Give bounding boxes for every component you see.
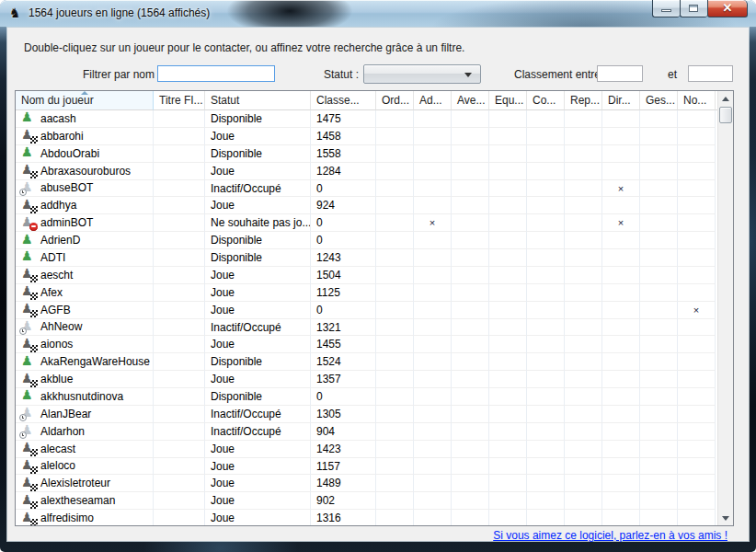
column-header-8[interactable]: Co...	[527, 91, 565, 110]
checkerboard-overlay-icon	[30, 501, 38, 509]
player-playing-icon: ♟	[20, 372, 36, 387]
column-header-4[interactable]: Ord...	[376, 91, 414, 110]
pawn-glyph: ♟	[21, 353, 33, 368]
table-row[interactable]: ♟abbarohiJoue1458	[16, 128, 717, 145]
table-cell	[414, 319, 452, 337]
scroll-down-button[interactable]	[718, 511, 734, 525]
table-row[interactable]: ♟AdrienDDisponible0	[16, 232, 717, 249]
players-window: ♞ 1564 joueurs en ligne (1564 affichés) …	[0, 0, 756, 552]
vertical-scrollbar[interactable]	[717, 91, 733, 525]
ranking-between-label: Classement entre	[514, 68, 601, 81]
table-cell	[565, 128, 602, 145]
table-cell: 1524	[311, 353, 376, 371]
table-cell	[154, 353, 205, 371]
table-cell	[678, 145, 716, 163]
table-row[interactable]: ♟ADTIDisponible1243	[16, 249, 717, 267]
table-row[interactable]: ♟AbraxasouroburosJoue1284	[16, 163, 717, 180]
column-header-10[interactable]: Dir...	[602, 91, 640, 110]
column-header-5[interactable]: Ad...	[414, 91, 452, 110]
column-header-1[interactable]: Titre FI...	[154, 91, 205, 110]
table-row[interactable]: ♟AGFBJoue0×	[16, 302, 717, 319]
table-cell: 1455	[311, 336, 376, 353]
table-row[interactable]: ♟AhNeowInactif/Occupé1321	[16, 319, 717, 337]
table-cell	[376, 492, 414, 510]
player-playing-icon: ♟	[20, 493, 36, 509]
table-row[interactable]: ♟alfredisimoJoue1316	[16, 510, 717, 525]
status-dropdown[interactable]	[363, 64, 481, 84]
player-name: ADTI	[40, 249, 65, 266]
minimize-button[interactable]	[652, 0, 680, 17]
player-name: alfredisimo	[40, 510, 94, 525]
table-cell	[678, 284, 716, 302]
table-cell	[640, 441, 678, 458]
column-header-11[interactable]: Ges...	[640, 91, 678, 110]
and-label: et	[668, 68, 677, 81]
table-cell: Joue	[205, 267, 311, 284]
table-cell	[452, 441, 489, 458]
share-link[interactable]: Si vous aimez ce logiciel, parlez-en à v…	[493, 529, 727, 542]
table-cell	[154, 180, 205, 198]
table-cell	[414, 302, 452, 319]
titlebar[interactable]: ♞ 1564 joueurs en ligne (1564 affichés) …	[0, 0, 756, 28]
table-cell	[602, 197, 640, 214]
scrollbar-thumb[interactable]	[719, 107, 732, 123]
column-header-2[interactable]: Statut	[205, 91, 311, 110]
table-row[interactable]: ♟alextheseamanJoue902	[16, 492, 717, 510]
table-row[interactable]: ♟alecastJoue1423	[16, 441, 717, 458]
table-row[interactable]: ♟adminBOTNe souhaite pas jo...0××	[16, 214, 717, 232]
table-row[interactable]: ♟AfexJoue1125	[16, 284, 717, 302]
table-row[interactable]: ♟akblueJoue1357	[16, 371, 717, 388]
column-header-7[interactable]: Equ...	[489, 91, 527, 110]
table-cell	[527, 180, 565, 198]
table-cell: 924	[311, 197, 376, 214]
table-header: Nom du joueurTitre FI...StatutClasse...O…	[16, 91, 717, 110]
table-row[interactable]: ♟aionosJoue1455	[16, 336, 717, 353]
table-cell	[452, 388, 489, 406]
player-name: AbdouOrabi	[40, 145, 99, 162]
table-row[interactable]: ♟alelocoJoue1157	[16, 458, 717, 476]
close-button[interactable]: ✕	[707, 0, 748, 17]
table-cell	[527, 336, 565, 353]
table-cell	[640, 267, 678, 284]
maximize-button[interactable]	[680, 0, 707, 17]
table-row[interactable]: ♟akkhusnutdinovaDisponible0	[16, 388, 717, 406]
column-header-9[interactable]: Rep...	[565, 91, 602, 110]
column-header-12[interactable]: No...	[678, 91, 716, 110]
column-header-6[interactable]: Ave...	[452, 91, 489, 110]
checkerboard-overlay-icon	[30, 206, 38, 213]
table-cell	[565, 197, 602, 214]
table-cell	[414, 128, 452, 145]
table-row[interactable]: ♟aacashDisponible1475	[16, 110, 717, 128]
player-name: addhya	[40, 197, 76, 213]
table-cell	[376, 510, 414, 525]
ranking-min-input[interactable]	[597, 65, 643, 82]
player-name-cell: ♟AdrienD	[16, 232, 154, 249]
player-name-cell: ♟abbarohi	[16, 128, 154, 145]
table-row[interactable]: ♟AbdouOrabiDisponible1558	[16, 145, 717, 163]
table-cell	[527, 458, 565, 476]
scroll-up-button[interactable]	[718, 91, 734, 106]
table-row[interactable]: ♟aeschtJoue1504	[16, 267, 717, 284]
table-row[interactable]: ♟abuseBOTInactif/Occupé0×	[16, 180, 717, 198]
table-row[interactable]: ♟AlexisletroteurJoue1489	[16, 475, 717, 492]
filter-name-input[interactable]	[157, 65, 275, 82]
table-cell	[154, 302, 205, 319]
table-cell	[414, 423, 452, 441]
column-header-3[interactable]: Classe...	[311, 91, 376, 110]
table-cell: Disponible	[205, 353, 311, 371]
table-cell	[678, 353, 716, 371]
ranking-max-input[interactable]	[688, 65, 733, 82]
table-cell	[376, 145, 414, 163]
table-cell	[640, 388, 678, 406]
table-cell	[154, 232, 205, 249]
table-row[interactable]: ♟AlanJBearInactif/Occupé1305	[16, 406, 717, 423]
player-available-icon: ♟	[20, 110, 36, 126]
table-row[interactable]: ♟AldarhonInactif/Occupé904	[16, 423, 717, 441]
table-cell: Ne souhaite pas jo...	[205, 214, 311, 232]
table-row[interactable]: ♟AkaRengaWareHouseDisponible1524	[16, 353, 717, 371]
table-cell	[154, 388, 205, 406]
table-row[interactable]: ♟addhyaJoue924	[16, 197, 717, 214]
table-cell	[489, 441, 527, 458]
close-icon: ✕	[708, 1, 747, 15]
column-header-0[interactable]: Nom du joueur	[16, 91, 154, 110]
